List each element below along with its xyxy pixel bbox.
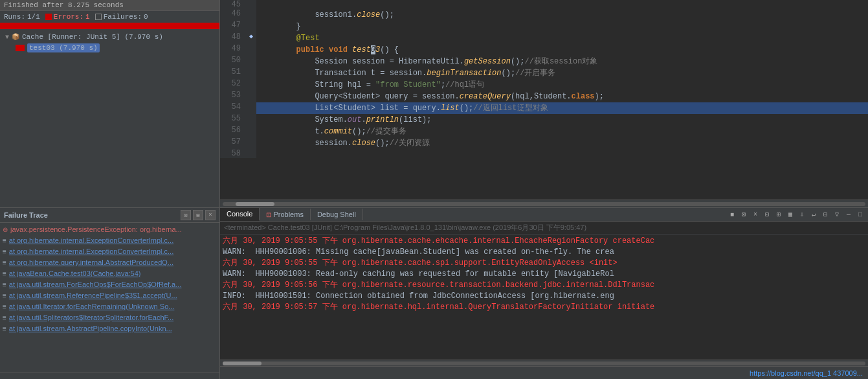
code-row-47: 47 } xyxy=(220,21,868,32)
status-bar-bottom: https://blog.csdn.net/qq_1 437009... xyxy=(220,366,868,379)
tree-arrow-icon: ▼ xyxy=(5,34,9,41)
console-cmd-text: <terminated> Cache.test03 [JUnit] C:\Pro… xyxy=(224,224,586,231)
run-stats: Runs: 1/1 Errors: 1 Failures: 0 xyxy=(0,11,219,24)
trace-text-9[interactable]: at java.util.stream.AbstractPipeline.cop… xyxy=(9,324,172,334)
code-row-54: 54 List<Student> list = query.list();//返… xyxy=(220,102,868,114)
trace-text-8[interactable]: at java.util.Spliterators$IteratorSplite… xyxy=(9,313,173,323)
tab-problems-label: Problems xyxy=(273,211,303,218)
trace-item-5[interactable]: ≡ at java.util.stream.ForEachOps$ForEach… xyxy=(1,279,218,290)
console-panel: Console ⊡ Problems Debug Shell ■ ⊠ × ⊡ ⊞… xyxy=(220,208,868,379)
failure-icon xyxy=(95,14,102,20)
code-line-54: List<Student> list = query.list();//返回li… xyxy=(256,102,868,114)
code-row-58: 58 xyxy=(220,149,868,158)
tree-child-label: test03 (7.970 s) xyxy=(27,43,100,52)
code-row-52: 52 String hql = "from Student";//hql语句 xyxy=(220,79,868,91)
line-num-45: 45 xyxy=(220,0,246,9)
gutter-52 xyxy=(246,79,256,91)
scrollbar-thumb[interactable] xyxy=(236,202,274,206)
code-horizontal-scrollbar[interactable] xyxy=(220,200,868,207)
trace-text-7[interactable]: at java.util.Iterator.forEachRemaining(U… xyxy=(9,302,175,312)
progress-bar xyxy=(0,24,219,29)
line-num-55: 55 xyxy=(220,114,246,126)
trace-item-8[interactable]: ≡ at java.util.Spliterators$IteratorSpli… xyxy=(1,312,218,323)
line-num-52: 52 xyxy=(220,79,246,91)
code-row-51: 51 Transaction t = session.beginTransact… xyxy=(220,67,868,79)
panel-icon-copy[interactable]: ⊡ xyxy=(181,210,191,220)
console-scrollbar-track xyxy=(223,362,865,365)
errors-stat: Errors: 1 xyxy=(45,13,90,21)
trace-item-4[interactable]: ≡ at javaBean.Cache.test03(Cache.java:54… xyxy=(1,268,218,279)
trace-item-1[interactable]: ≡ at org.hibernate.internal.ExceptionCon… xyxy=(1,235,218,246)
console-line-1: WARN: HHH90001006: Missing cache[javaBea… xyxy=(223,247,865,258)
console-icon9[interactable]: ⊟ xyxy=(820,209,830,220)
console-scroll-lock[interactable]: ⇩ xyxy=(797,209,807,220)
gutter-58 xyxy=(246,149,256,158)
line-num-47: 47 xyxy=(220,21,246,32)
tab-debug-shell[interactable]: Debug Shell xyxy=(311,209,363,220)
console-line-2: 六月 30, 2019 9:05:55 下午 org.hibernate.cac… xyxy=(223,258,865,269)
trace-text-1[interactable]: at org.hibernate.internal.ExceptionConve… xyxy=(9,236,173,246)
tab-console[interactable]: Console xyxy=(220,208,260,221)
code-line-48: @Test xyxy=(256,32,868,44)
console-minimize[interactable]: — xyxy=(843,209,854,220)
trace-text-5[interactable]: at java.util.stream.ForEachOps$ForEachOp… xyxy=(9,280,182,290)
console-horizontal-scrollbar[interactable] xyxy=(220,360,868,366)
trace-scrollbar[interactable] xyxy=(0,373,219,379)
gutter-51 xyxy=(246,67,256,79)
console-line-3: WARN: HHH90001003: Read-only caching was… xyxy=(223,269,865,280)
trace-item-7[interactable]: ≡ at java.util.Iterator.forEachRemaining… xyxy=(1,301,218,312)
code-line-55: System.out.println(list); xyxy=(256,114,868,126)
tab-problems[interactable]: ⊡ Problems xyxy=(260,209,311,220)
trace-icon-8: ≡ xyxy=(3,314,6,321)
trace-item-9[interactable]: ≡ at java.util.stream.AbstractPipeline.c… xyxy=(1,323,218,334)
trace-text-6[interactable]: at java.util.stream.ReferencePipeline$3$… xyxy=(9,291,177,301)
tree-root-label: Cache [Runner: JUnit 5] (7.970 s) xyxy=(22,33,163,41)
trace-item-6[interactable]: ≡ at java.util.stream.ReferencePipeline$… xyxy=(1,290,218,301)
trace-text-4[interactable]: at javaBean.Cache.test03(Cache.java:54) xyxy=(9,269,141,279)
code-line-49: public void test03() { xyxy=(256,44,868,56)
runs-stat: Runs: 1/1 xyxy=(4,13,40,21)
test-tree: ▼ 📦 Cache [Runner: JUnit 5] (7.970 s) te… xyxy=(0,29,219,207)
tree-child[interactable]: test03 (7.970 s) xyxy=(3,42,217,54)
panel-icon-close[interactable]: × xyxy=(205,210,216,220)
trace-text-2[interactable]: at org.hibernate.internal.ExceptionConve… xyxy=(9,247,173,257)
trace-icon-5: ≡ xyxy=(3,281,6,288)
console-stop-icon[interactable]: ■ xyxy=(727,209,737,220)
left-panel: Finished after 8.275 seconds Runs: 1/1 E… xyxy=(0,0,220,207)
code-panel: 45 46 session1.close(); 47 } xyxy=(220,0,868,207)
console-scrollbar-thumb[interactable] xyxy=(223,362,262,365)
trace-icon-1: ≡ xyxy=(3,237,6,244)
console-line-5: INFO: HHH10001501: Connection obtained f… xyxy=(223,291,865,302)
gutter-47 xyxy=(246,21,256,32)
trace-item-3[interactable]: ≡ at org.hibernate.query.internal.Abstra… xyxy=(1,257,218,268)
console-icon5[interactable]: ⊞ xyxy=(773,209,784,220)
trace-text-3[interactable]: at org.hibernate.query.internal.Abstract… xyxy=(9,258,173,268)
console-line-0: 六月 30, 2019 9:05:55 下午 org.hibernate.cac… xyxy=(223,236,865,247)
console-close-icon[interactable]: × xyxy=(750,209,761,220)
console-word-wrap[interactable]: ↵ xyxy=(808,209,819,220)
errors-label: Errors: xyxy=(54,13,83,21)
run-status-bar: Finished after 8.275 seconds xyxy=(0,0,219,11)
console-icon10[interactable]: ▽ xyxy=(832,209,842,220)
gutter-49 xyxy=(246,44,256,56)
code-row-53: 53 Query<Student> query = session.create… xyxy=(220,91,868,102)
console-clear-icon[interactable]: ⊠ xyxy=(739,209,749,220)
cache-icon: 📦 xyxy=(12,33,19,41)
trace-icon-9: ≡ xyxy=(3,325,6,332)
tree-root[interactable]: ▼ 📦 Cache [Runner: JUnit 5] (7.970 s) xyxy=(3,32,217,42)
line-num-57: 57 xyxy=(220,137,246,149)
runs-value: 1/1 xyxy=(27,13,40,21)
line-num-46: 46 xyxy=(220,9,246,21)
console-icon6[interactable]: ▦ xyxy=(785,209,796,220)
trace-item-2[interactable]: ≡ at org.hibernate.internal.ExceptionCon… xyxy=(1,246,218,257)
panel-icon-filter[interactable]: ⊞ xyxy=(193,210,203,220)
scrollbar-track xyxy=(223,202,865,206)
line-num-58: 58 xyxy=(220,149,246,158)
console-maximize[interactable]: □ xyxy=(855,209,865,220)
gutter-57 xyxy=(246,137,256,149)
failures-stat: Failures: 0 xyxy=(95,13,148,21)
line-num-50: 50 xyxy=(220,56,246,67)
console-line-4: 六月 30, 2019 9:05:56 下午 org.hibernate.res… xyxy=(223,280,865,291)
code-content[interactable]: 45 46 session1.close(); 47 } xyxy=(220,0,868,200)
console-icon4[interactable]: ⊡ xyxy=(762,209,772,220)
